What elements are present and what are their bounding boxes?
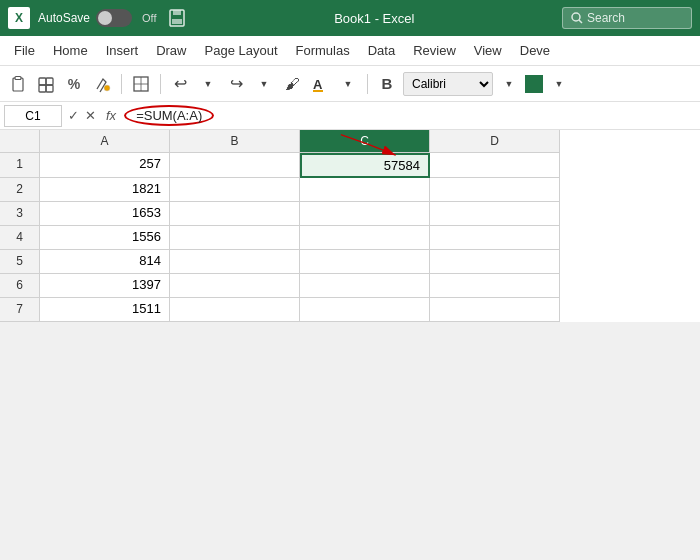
menu-file[interactable]: File [6, 39, 43, 62]
col-header-b[interactable]: B [170, 130, 300, 153]
row-header-3: 3 [0, 202, 40, 226]
menu-dev[interactable]: Deve [512, 39, 558, 62]
autosave-label: AutoSave [38, 11, 90, 25]
row-header-2: 2 [0, 178, 40, 202]
font-dropdown-icon[interactable]: ▼ [497, 72, 521, 96]
cell-c2[interactable] [300, 178, 430, 202]
font-selector[interactable]: Calibri Arial Times New Roman [403, 72, 493, 96]
formula-text: =SUM(A:A) [124, 105, 214, 126]
cell-d6[interactable] [430, 274, 560, 298]
formula-display-area: =SUM(A:A) [124, 105, 696, 126]
separator-1 [121, 74, 122, 94]
toggle-state-label: Off [142, 12, 156, 24]
cell-a6[interactable]: 1397 [40, 274, 170, 298]
cell-c3[interactable] [300, 202, 430, 226]
search-icon [571, 12, 583, 24]
cell-d5[interactable] [430, 250, 560, 274]
undo-icon[interactable]: ↩ [168, 72, 192, 96]
cell-b4[interactable] [170, 226, 300, 250]
autosave-toggle[interactable] [96, 9, 132, 27]
svg-rect-8 [46, 78, 53, 85]
svg-rect-6 [15, 76, 21, 79]
cell-b7[interactable] [170, 298, 300, 322]
fx-label: fx [102, 108, 120, 123]
col-header-a[interactable]: A [40, 130, 170, 153]
save-icon[interactable] [167, 8, 187, 28]
svg-point-3 [572, 13, 580, 21]
formula-cancel-icon[interactable]: ✕ [83, 108, 98, 123]
toggle-knob [98, 11, 112, 25]
menu-insert[interactable]: Insert [98, 39, 147, 62]
undo-dropdown-icon[interactable]: ▼ [196, 72, 220, 96]
cell-b6[interactable] [170, 274, 300, 298]
clipboard-icon[interactable] [6, 72, 30, 96]
logo-text: X [15, 11, 23, 25]
search-box[interactable]: Search [562, 7, 692, 29]
cell-reference-input[interactable] [4, 105, 62, 127]
cell-a3[interactable]: 1653 [40, 202, 170, 226]
cell-d3[interactable] [430, 202, 560, 226]
redo-icon[interactable]: ↪ [224, 72, 248, 96]
row-header-1: 1 [0, 153, 40, 178]
search-label: Search [587, 11, 625, 25]
cell-d7[interactable] [430, 298, 560, 322]
svg-rect-7 [39, 78, 46, 85]
menu-view[interactable]: View [466, 39, 510, 62]
menu-home[interactable]: Home [45, 39, 96, 62]
cell-c5[interactable] [300, 250, 430, 274]
cell-c1[interactable]: 57584 [300, 153, 430, 178]
svg-line-4 [579, 20, 582, 23]
cell-b3[interactable] [170, 202, 300, 226]
percent-icon[interactable]: % [62, 72, 86, 96]
cell-a7[interactable]: 1511 [40, 298, 170, 322]
redo-dropdown-icon[interactable]: ▼ [252, 72, 276, 96]
paint-icon[interactable] [90, 72, 114, 96]
paintbrush-icon[interactable]: 🖌 [280, 72, 304, 96]
cell-d1[interactable] [430, 153, 560, 178]
autosave-area: AutoSave Off [38, 9, 157, 27]
menu-draw[interactable]: Draw [148, 39, 194, 62]
cell-c7[interactable] [300, 298, 430, 322]
svg-rect-9 [39, 85, 46, 92]
font-color-icon[interactable]: A [308, 72, 332, 96]
col-header-c[interactable]: C [300, 130, 430, 153]
theme-color-dropdown[interactable]: ▼ [547, 72, 571, 96]
col-header-row-label [0, 130, 40, 153]
cell-a4[interactable]: 1556 [40, 226, 170, 250]
col-header-d[interactable]: D [430, 130, 560, 153]
svg-text:A: A [313, 77, 323, 92]
menu-formulas[interactable]: Formulas [288, 39, 358, 62]
menu-bar: File Home Insert Draw Page Layout Formul… [0, 36, 700, 66]
svg-rect-16 [313, 90, 323, 92]
font-color-dropdown-icon[interactable]: ▼ [336, 72, 360, 96]
window-title: Book1 - Excel [187, 11, 562, 26]
formula-nav: ✓ ✕ [66, 108, 98, 123]
borders-icon[interactable] [129, 72, 153, 96]
cell-b1[interactable] [170, 153, 300, 178]
format-icon[interactable] [34, 72, 58, 96]
cell-a2[interactable]: 1821 [40, 178, 170, 202]
bold-button[interactable]: B [375, 72, 399, 96]
cell-c4[interactable] [300, 226, 430, 250]
sheet-grid: A B C D 1 257 57584 2 1821 3 1653 4 1556 [0, 130, 700, 322]
formula-confirm-icon[interactable]: ✓ [66, 108, 81, 123]
cell-d2[interactable] [430, 178, 560, 202]
menu-pagelayout[interactable]: Page Layout [197, 39, 286, 62]
cell-c6[interactable] [300, 274, 430, 298]
row-header-4: 4 [0, 226, 40, 250]
theme-color-indicator [525, 75, 543, 93]
svg-point-11 [104, 85, 110, 91]
cell-a5[interactable]: 814 [40, 250, 170, 274]
cell-d4[interactable] [430, 226, 560, 250]
title-bar: X AutoSave Off Book1 - Excel Search [0, 0, 700, 36]
row-header-6: 6 [0, 274, 40, 298]
cell-b2[interactable] [170, 178, 300, 202]
separator-3 [367, 74, 368, 94]
menu-data[interactable]: Data [360, 39, 403, 62]
menu-review[interactable]: Review [405, 39, 464, 62]
svg-rect-10 [46, 85, 53, 92]
cell-a1[interactable]: 257 [40, 153, 170, 178]
formula-bar: ✓ ✕ fx =SUM(A:A) [0, 102, 700, 130]
toolbar: % ↩ ▼ ↪ ▼ 🖌 A ▼ B Calibri Arial Times Ne… [0, 66, 700, 102]
cell-b5[interactable] [170, 250, 300, 274]
